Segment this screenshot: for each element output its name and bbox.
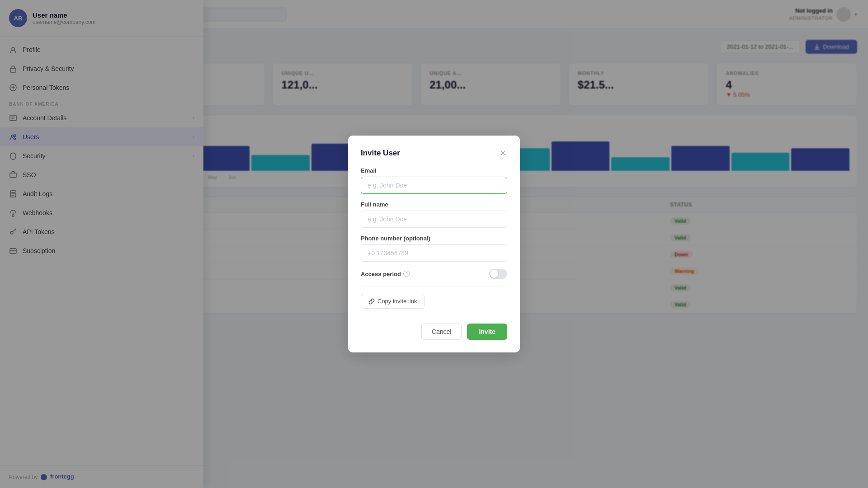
phone-input[interactable] (361, 244, 507, 262)
link-icon (368, 298, 375, 305)
access-period-label: Access period ? (361, 271, 410, 277)
copy-invite-button[interactable]: Copy invite link (361, 294, 425, 309)
email-input[interactable] (361, 177, 507, 194)
email-group: Email (361, 167, 507, 194)
toggle-knob (490, 270, 498, 278)
modal-title: Invite User (361, 149, 400, 158)
invite-submit-button[interactable]: Invite (467, 324, 507, 340)
access-period-row: Access period ? (361, 269, 507, 279)
fullname-group: Full name (361, 201, 507, 228)
modal-footer: Cancel Invite (361, 324, 507, 340)
cancel-button[interactable]: Cancel (421, 324, 462, 340)
modal-close-button[interactable]: ✕ (499, 148, 507, 158)
modal-divider-2 (361, 316, 507, 316)
phone-group: Phone number (optional) (361, 235, 507, 262)
fullname-label: Full name (361, 201, 507, 208)
modal-backdrop: Invite User ✕ Email Full name Phone numb… (0, 0, 868, 488)
info-icon[interactable]: ? (403, 271, 410, 277)
phone-label: Phone number (optional) (361, 235, 507, 242)
modal-divider (361, 286, 507, 286)
access-period-toggle[interactable] (489, 269, 507, 279)
fullname-input[interactable] (361, 211, 507, 228)
invite-user-modal: Invite User ✕ Email Full name Phone numb… (348, 136, 520, 352)
copy-invite-label: Copy invite link (377, 298, 417, 305)
email-label: Email (361, 167, 507, 174)
modal-header: Invite User ✕ (361, 148, 507, 158)
